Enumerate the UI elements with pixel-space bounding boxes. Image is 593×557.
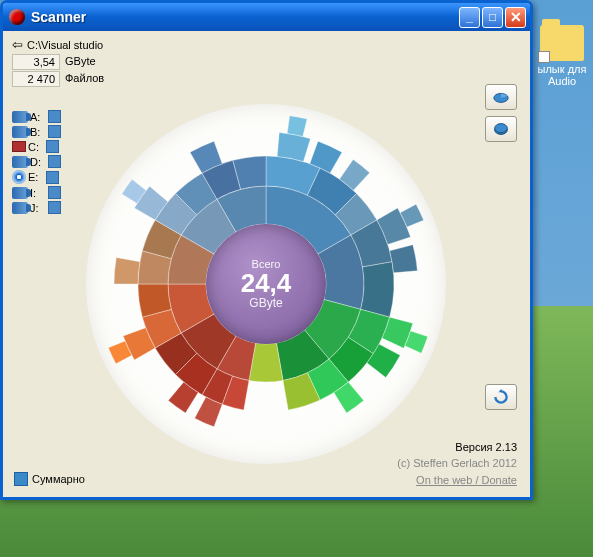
drive-E[interactable]: E: xyxy=(12,170,61,184)
drive-scan-button[interactable] xyxy=(48,186,61,199)
titlebar[interactable]: Scanner _ □ ✕ xyxy=(3,3,530,31)
svg-point-2 xyxy=(495,124,508,133)
drive-J[interactable]: J: xyxy=(12,201,61,214)
center-unit: GByte xyxy=(249,296,282,310)
drive-label: I: xyxy=(30,187,48,199)
copyright-label: (c) Steffen Gerlach 2012 xyxy=(397,455,517,472)
current-path: C:\Visual studio xyxy=(27,39,103,51)
size-unit: GByte xyxy=(63,54,98,70)
drive-scan-button[interactable] xyxy=(48,110,61,123)
maximize-button[interactable]: □ xyxy=(482,7,503,28)
center-label: Всего xyxy=(252,258,281,270)
chart-segment[interactable] xyxy=(277,133,310,162)
scanner-window: Scanner _ □ ✕ ⇦ C:\Visual studio 3,54 GB… xyxy=(0,0,533,500)
app-icon xyxy=(9,9,25,25)
drive-list: A:B:C:D:E:I:J: xyxy=(12,110,61,216)
chart-segment[interactable] xyxy=(390,245,418,273)
drive-scan-button[interactable] xyxy=(48,201,61,214)
minimize-button[interactable]: _ xyxy=(459,7,480,28)
desktop-shortcut[interactable]: ↗ ылык для Audio xyxy=(537,25,587,87)
chart-segment[interactable] xyxy=(287,116,307,137)
files-value: 2 470 xyxy=(12,71,60,87)
desktop-label: ылык для xyxy=(537,63,587,75)
chart-segment[interactable] xyxy=(114,258,140,284)
size-row: 3,54 GByte xyxy=(6,54,527,70)
chart-options-button[interactable] xyxy=(485,84,517,110)
drive-label: E: xyxy=(28,171,46,183)
summary-label: Суммарно xyxy=(32,473,85,485)
summary-toggle[interactable]: Суммарно xyxy=(14,472,85,486)
hdd-icon xyxy=(12,202,28,214)
drive-selected-icon xyxy=(12,141,26,152)
path-row: ⇦ C:\Visual studio xyxy=(6,34,527,54)
drive-label: D: xyxy=(30,156,48,168)
chart-center[interactable]: Всего 24,4 GByte xyxy=(206,224,326,344)
size-value: 3,54 xyxy=(12,54,60,70)
website-link[interactable]: On the web / Donate xyxy=(397,472,517,489)
right-buttons xyxy=(485,84,517,148)
settings-button[interactable] xyxy=(485,116,517,142)
drive-label: A: xyxy=(30,111,48,123)
drive-scan-button[interactable] xyxy=(46,140,59,153)
drive-label: C: xyxy=(28,141,46,153)
center-value: 24,4 xyxy=(241,270,292,296)
window-title: Scanner xyxy=(31,9,457,25)
drive-B[interactable]: B: xyxy=(12,125,61,138)
footer: Версия 2.13 (c) Steffen Gerlach 2012 On … xyxy=(397,439,517,489)
hdd-icon xyxy=(12,126,28,138)
sunburst-chart[interactable]: Всего 24,4 GByte xyxy=(66,84,466,484)
close-button[interactable]: ✕ xyxy=(505,7,526,28)
summary-color-box xyxy=(14,472,28,486)
drive-A[interactable]: A: xyxy=(12,110,61,123)
drive-C[interactable]: C: xyxy=(12,140,61,153)
drive-scan-button[interactable] xyxy=(48,125,61,138)
drive-I[interactable]: I: xyxy=(12,186,61,199)
up-icon[interactable]: ⇦ xyxy=(12,37,23,52)
hdd-icon xyxy=(12,111,28,123)
desktop-label: Audio xyxy=(537,75,587,87)
folder-icon: ↗ xyxy=(540,25,584,61)
cd-drive-icon xyxy=(12,170,26,184)
hdd-icon xyxy=(12,187,28,199)
drive-label: J: xyxy=(30,202,48,214)
drive-scan-button[interactable] xyxy=(46,171,59,184)
drive-label: B: xyxy=(30,126,48,138)
refresh-button[interactable] xyxy=(485,384,517,410)
hdd-icon xyxy=(12,156,28,168)
drive-scan-button[interactable] xyxy=(48,155,61,168)
drive-D[interactable]: D: xyxy=(12,155,61,168)
version-label: Версия 2.13 xyxy=(397,439,517,456)
chart-segment[interactable] xyxy=(361,262,394,317)
client-area: ⇦ C:\Visual studio 3,54 GByte 2 470 Файл… xyxy=(6,34,527,494)
